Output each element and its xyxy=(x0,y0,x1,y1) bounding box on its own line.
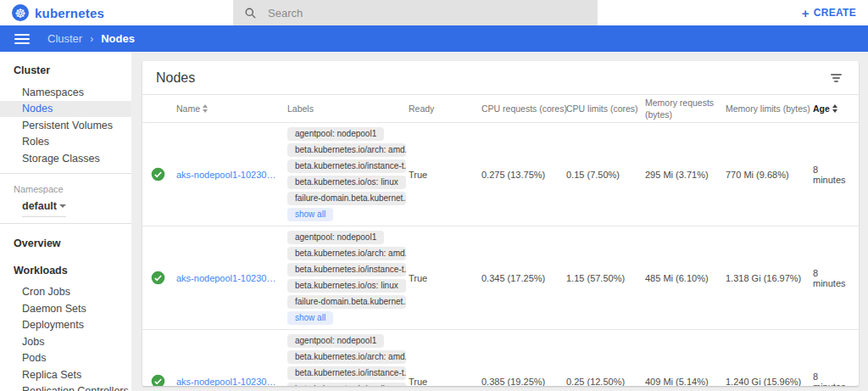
label-chip: agentpool: nodepool1 xyxy=(287,231,384,244)
memory-requests-value: 485 Mi (6.10%) xyxy=(645,273,726,283)
top-app-bar: ☸ kubernetes + CREATE xyxy=(0,0,868,25)
sidebar-item-cron-jobs[interactable]: Cron Jobs xyxy=(0,284,131,301)
cpu-requests-value: 0.345 (17.25%) xyxy=(481,273,566,283)
label-chip: beta.kubernetes.io/arch: amd. xyxy=(287,350,406,364)
ready-value: True xyxy=(409,377,481,386)
node-name-link[interactable]: aks-nodepool1-10230590-vm… xyxy=(176,377,287,386)
label-chip: beta.kubernetes.io/instance-t. xyxy=(287,366,406,380)
show-all-button[interactable]: show all xyxy=(287,208,333,221)
chevron-down-icon xyxy=(59,204,66,208)
sidebar-item-daemon-sets[interactable]: Daemon Sets xyxy=(0,300,131,317)
label-chip: beta.kubernetes.io/os: linux xyxy=(287,383,406,386)
label-chip: failure-domain.beta.kubernet.. xyxy=(287,295,406,309)
table-row: aks-nodepool1-10230590-vm… agentpool: no… xyxy=(142,123,859,226)
node-name-link[interactable]: aks-nodepool1-10230590-vm… xyxy=(176,273,287,283)
table-header-row: Name Labels Ready CPU requests (cores) C… xyxy=(142,95,859,123)
sort-icon xyxy=(832,104,837,113)
column-header-age[interactable]: Age xyxy=(813,103,859,114)
column-header-memory-limits: Memory limits (bytes) xyxy=(726,103,813,114)
sidebar-section-workloads[interactable]: Workloads xyxy=(0,257,131,284)
sidebar-item-nodes[interactable]: Nodes xyxy=(0,101,131,118)
nodes-card: Nodes Name Labels Ready CPU requests (co… xyxy=(142,61,859,386)
card-header: Nodes xyxy=(142,61,859,95)
column-header-memory-requests: Memory requests (bytes) xyxy=(645,97,726,120)
search-icon xyxy=(244,7,257,20)
table-row: aks-nodepool1-10230590-vm… agentpool: no… xyxy=(142,330,859,386)
namespace-select-value: default xyxy=(22,200,57,212)
sidebar: Cluster Namespaces Nodes Persistent Volu… xyxy=(0,52,131,391)
cpu-requests-value: 0.275 (13.75%) xyxy=(481,170,566,180)
sidebar-item-overview[interactable]: Overview xyxy=(0,230,131,257)
plus-icon: + xyxy=(802,7,810,20)
label-chip: beta.kubernetes.io/instance-t. xyxy=(287,263,406,276)
column-header-ready: Ready xyxy=(409,103,481,114)
filter-icon[interactable] xyxy=(827,69,845,87)
breadcrumb-current: Nodes xyxy=(101,32,135,45)
table-row: aks-nodepool1-10230590-vm… agentpool: no… xyxy=(142,226,859,330)
sidebar-divider xyxy=(0,223,131,224)
cpu-limits-value: 0.25 (12.50%) xyxy=(566,377,645,386)
cpu-limits-value: 0.15 (7.50%) xyxy=(566,170,645,180)
sidebar-item-storage-classes[interactable]: Storage Classes xyxy=(0,150,131,167)
sidebar-item-jobs[interactable]: Jobs xyxy=(0,333,131,350)
column-header-labels: Labels xyxy=(287,103,409,114)
create-button[interactable]: + CREATE xyxy=(802,0,856,25)
hamburger-menu-icon[interactable] xyxy=(14,31,30,47)
kubernetes-wheel-icon: ☸ xyxy=(12,4,29,21)
cpu-requests-value: 0.385 (19.25%) xyxy=(481,377,566,386)
sidebar-item-namespaces[interactable]: Namespaces xyxy=(0,84,131,101)
sidebar-item-replica-sets[interactable]: Replica Sets xyxy=(0,366,131,383)
status-ok-icon xyxy=(151,374,165,386)
breadcrumb-cluster[interactable]: Cluster xyxy=(47,32,82,45)
status-ok-icon xyxy=(151,271,165,285)
search-bar[interactable] xyxy=(233,0,598,25)
search-input[interactable] xyxy=(268,7,548,20)
ready-value: True xyxy=(409,273,481,283)
column-header-cpu-limits: CPU limits (cores) xyxy=(566,103,645,114)
page-body: Cluster Namespaces Nodes Persistent Volu… xyxy=(0,52,868,391)
label-chip: agentpool: nodepool1 xyxy=(287,334,384,348)
node-name-link[interactable]: aks-nodepool1-10230590-vm… xyxy=(176,170,287,180)
breadcrumb: Cluster › Nodes xyxy=(47,32,135,45)
column-header-cpu-requests: CPU requests (cores) xyxy=(481,103,566,114)
age-value: 8 minutes xyxy=(813,165,859,185)
kubernetes-logo[interactable]: ☸ kubernetes xyxy=(12,4,104,21)
memory-limits-value: 770 Mi (9.68%) xyxy=(726,170,813,180)
cpu-limits-value: 1.15 (57.50%) xyxy=(566,273,645,283)
sidebar-divider xyxy=(0,173,131,174)
logo-text: kubernetes xyxy=(35,6,104,20)
sidebar-item-pods[interactable]: Pods xyxy=(0,350,131,367)
labels-cell: agentpool: nodepool1 beta.kubernetes.io/… xyxy=(287,334,409,386)
labels-cell: agentpool: nodepool1 beta.kubernetes.io/… xyxy=(287,127,409,221)
sidebar-section-cluster[interactable]: Cluster xyxy=(0,57,131,84)
sidebar-item-replication-controllers[interactable]: Replication Controllers xyxy=(0,383,131,391)
label-chip: agentpool: nodepool1 xyxy=(287,127,384,141)
memory-limits-value: 1.318 Gi (16.97%) xyxy=(726,273,813,283)
namespace-label: Namespace xyxy=(0,180,131,196)
label-chip: beta.kubernetes.io/instance-t. xyxy=(287,159,406,173)
sidebar-item-persistent-volumes[interactable]: Persistent Volumes xyxy=(0,117,131,134)
toolbar: Cluster › Nodes xyxy=(0,25,868,52)
age-value: 8 minutes xyxy=(813,268,859,288)
memory-requests-value: 409 Mi (5.14%) xyxy=(645,377,726,386)
sidebar-item-deployments[interactable]: Deployments xyxy=(0,317,131,334)
chevron-right-icon: › xyxy=(90,33,93,45)
labels-cell: agentpool: nodepool1 beta.kubernetes.io/… xyxy=(287,231,409,325)
page-title: Nodes xyxy=(156,70,195,86)
status-ok-icon xyxy=(151,167,165,182)
memory-requests-value: 295 Mi (3.71%) xyxy=(645,170,726,180)
namespace-select[interactable]: default xyxy=(22,200,66,217)
memory-limits-value: 1.240 Gi (15.96%) xyxy=(726,377,813,386)
sidebar-item-roles[interactable]: Roles xyxy=(0,134,131,151)
label-chip: beta.kubernetes.io/os: linux xyxy=(287,279,406,293)
label-chip: beta.kubernetes.io/arch: amd. xyxy=(287,247,406,260)
create-button-label: CREATE xyxy=(814,7,856,19)
main-content: Nodes Name Labels Ready CPU requests (co… xyxy=(131,52,868,391)
label-chip: failure-domain.beta.kubernet.. xyxy=(287,192,406,205)
age-value: 8 minutes xyxy=(813,371,859,386)
ready-value: True xyxy=(409,170,481,180)
sort-icon xyxy=(203,104,208,113)
label-chip: beta.kubernetes.io/os: linux xyxy=(287,176,406,189)
show-all-button[interactable]: show all xyxy=(287,311,333,325)
column-header-name[interactable]: Name xyxy=(176,103,287,114)
